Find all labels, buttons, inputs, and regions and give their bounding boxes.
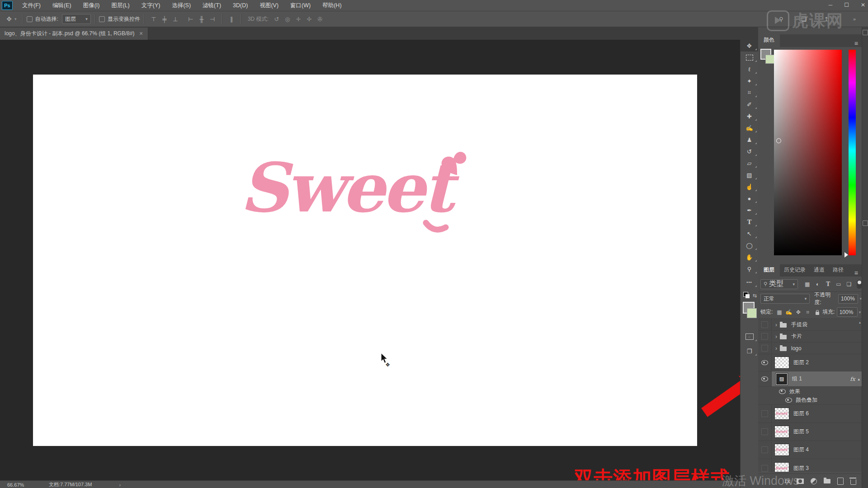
layer-name[interactable]: 图层 5 [793, 428, 809, 436]
lasso-tool[interactable]: ℓ [741, 63, 758, 75]
background-color-swatch[interactable] [747, 308, 757, 318]
smart-object-thumbnail[interactable]: ▨ [776, 373, 788, 385]
layer-row-group1-selected[interactable]: ▨ 组 1 fx ▴ [758, 371, 862, 387]
eye-icon[interactable] [785, 398, 792, 403]
overflow-chevrons-icon[interactable]: » [849, 16, 860, 22]
blur-tool[interactable]: ● [741, 192, 758, 204]
visibility-toggle[interactable] [758, 405, 772, 422]
layer-row-group-kapian[interactable]: › 卡片 [758, 331, 862, 343]
hand-tool[interactable]: ✋ [741, 251, 758, 263]
layer-thumbnail[interactable]: Sweet [774, 444, 789, 456]
panel-menu-icon[interactable]: ≡ [854, 269, 858, 277]
filter-toggle-switch[interactable] [857, 280, 862, 289]
screen-mode-button[interactable]: ❐ [741, 345, 758, 357]
align-left-edges-icon[interactable]: ⊢ [185, 16, 196, 23]
visibility-toggle[interactable] [758, 354, 772, 371]
tab-channels[interactable]: 通道 [810, 264, 829, 277]
chevron-right-icon[interactable]: › [775, 322, 777, 328]
tab-color[interactable]: 颜色 [758, 33, 780, 47]
lock-position-icon[interactable]: ✥ [793, 309, 803, 315]
document-tab[interactable]: logo、身份卡设计 - 副本.psd @ 66.7% (组 1, RGB/8#… [0, 28, 148, 40]
color-saturation-brightness-field[interactable] [774, 50, 842, 255]
visibility-toggle[interactable] [758, 423, 772, 441]
layer-name[interactable]: 手提袋 [791, 321, 807, 328]
auto-select-dropdown[interactable]: 图层 ▾ [62, 14, 91, 24]
layer-name[interactable]: 卡片 [791, 333, 802, 340]
search-icon[interactable]: ⚲ [776, 16, 787, 23]
tab-history[interactable]: 历史记录 [780, 264, 810, 277]
visibility-toggle[interactable] [758, 319, 772, 330]
layer-row-layer2[interactable]: 图层 2 [758, 354, 862, 371]
collapse-effects-icon[interactable]: ▴ [858, 377, 860, 381]
visibility-toggle[interactable] [758, 371, 772, 386]
delete-layer-button[interactable] [850, 479, 856, 485]
align-horizontal-centers-icon[interactable]: ╫ [196, 16, 207, 23]
color-field-marker[interactable] [776, 138, 781, 143]
add-layer-style-button[interactable]: fx [784, 478, 790, 484]
align-top-edges-icon[interactable]: ⊤ [148, 16, 159, 23]
blend-mode-dropdown[interactable]: 正常 ▾ [760, 294, 810, 304]
auto-select-checkbox[interactable] [27, 16, 33, 22]
tool-preset-caret-icon[interactable]: ▾ [14, 17, 17, 21]
layer-row-layer6[interactable]: Sweet 图层 6 [758, 405, 862, 423]
swap-colors-icon[interactable]: ⇆ [753, 293, 757, 299]
visibility-toggle[interactable] [758, 441, 772, 459]
menu-window[interactable]: 窗口(W) [284, 0, 316, 11]
menu-view[interactable]: 视图(V) [254, 0, 284, 11]
eyedropper-tool[interactable]: ✐ [741, 99, 758, 110]
edit-toolbar-button[interactable]: ••• [741, 277, 758, 288]
clone-stamp-tool[interactable]: ♟ [741, 134, 758, 145]
zoom-level-field[interactable]: 66.67% [7, 482, 39, 488]
chevron-right-icon[interactable]: › [775, 345, 777, 352]
layer-thumbnail[interactable]: Sweet [774, 462, 789, 472]
path-selection-tool[interactable]: ↖ [741, 228, 758, 239]
effects-label[interactable]: 效果 [789, 388, 800, 395]
layer-name[interactable]: 图层 6 [793, 410, 809, 418]
move-tool[interactable]: ✥ [741, 40, 758, 52]
color-overlay-effect-row[interactable]: 颜色叠加 [758, 396, 862, 405]
distribute-centers-icon[interactable]: ∥ [226, 16, 237, 23]
scroll-up-icon[interactable]: ▴ [859, 320, 861, 324]
layer-thumbnail[interactable] [774, 357, 789, 369]
status-chevron-icon[interactable]: › [119, 482, 121, 488]
history-brush-tool[interactable]: ↺ [741, 145, 758, 157]
menu-filter[interactable]: 滤镜(T) [197, 0, 227, 11]
close-tab-icon[interactable]: ✕ [139, 31, 143, 37]
zoom-tool[interactable]: ⚲ [741, 263, 758, 275]
menu-help[interactable]: 帮助(H) [316, 0, 347, 11]
ellipse-shape-tool[interactable]: ◯ [741, 239, 758, 251]
hue-slider-marker[interactable] [844, 252, 848, 258]
type-tool[interactable]: T [741, 216, 758, 228]
workspace-switcher-icon[interactable]: ❏ [798, 16, 809, 23]
layer-row-group-logo[interactable]: › logo [758, 343, 862, 354]
share-icon[interactable]: ↥ [821, 16, 832, 23]
layer-name[interactable]: 图层 2 [793, 359, 809, 366]
layer-row-layer5[interactable]: Sweet 图层 5 [758, 423, 862, 441]
align-bottom-edges-icon[interactable]: ⊥ [170, 16, 181, 23]
quick-mask-button[interactable]: ◌ [741, 331, 758, 343]
menu-select[interactable]: 选择(S) [166, 0, 197, 11]
opacity-field[interactable]: 100% [838, 294, 858, 304]
3d-pan-icon[interactable]: ✛ [293, 16, 304, 23]
collapsed-panel-icon[interactable] [863, 30, 868, 35]
brush-tool[interactable]: ✍ [741, 122, 758, 134]
marquee-tool[interactable] [741, 52, 758, 63]
filter-shape-layers-icon[interactable]: ▭ [834, 281, 843, 287]
hue-slider[interactable] [849, 50, 856, 255]
layer-filter-type-dropdown[interactable]: ⚲ 类型 ▾ [760, 279, 798, 289]
layer-name[interactable]: 图层 4 [793, 446, 809, 454]
chevron-down-icon[interactable]: ▾ [859, 310, 861, 314]
layer-name[interactable]: 图层 3 [793, 465, 809, 472]
lock-transparency-icon[interactable]: ▦ [774, 309, 784, 315]
menu-type[interactable]: 文字(Y) [136, 0, 166, 11]
layer-name[interactable]: logo [791, 345, 802, 352]
visibility-toggle[interactable] [758, 459, 772, 472]
tab-paths[interactable]: 路径 [829, 264, 848, 277]
menu-edit[interactable]: 编辑(E) [47, 0, 77, 11]
layer-thumbnail[interactable]: Sweet [774, 408, 789, 420]
smudge-tool[interactable]: ☝ [741, 181, 758, 192]
new-layer-button[interactable] [837, 478, 844, 485]
chevron-right-icon[interactable]: › [775, 333, 777, 340]
lock-artboard-icon[interactable]: ⌗ [803, 309, 812, 315]
gradient-tool[interactable]: ▧ [741, 169, 758, 181]
